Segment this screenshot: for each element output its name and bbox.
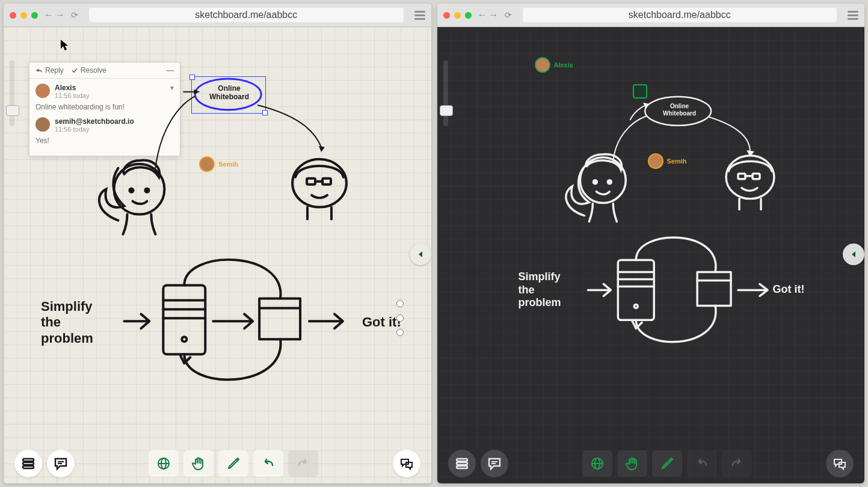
panel-toggle-button[interactable] — [410, 243, 431, 265]
reload-icon[interactable]: ⟳ — [71, 10, 78, 20]
browser-chrome: ← → ⟳ sketchboard.me/aabbcc — [4, 4, 431, 27]
triangle-left-icon — [416, 250, 425, 259]
whiteboard-canvas[interactable]: Reply Resolve — Alexis 11:56 today — [4, 27, 431, 483]
draw-button[interactable] — [218, 450, 248, 477]
avatar — [199, 156, 215, 172]
window-controls[interactable] — [10, 12, 38, 19]
back-icon[interactable]: ← — [44, 10, 54, 20]
chevron-down-icon[interactable]: ▾ — [170, 84, 174, 99]
pencil-icon — [659, 456, 675, 471]
svg-point-0 — [114, 164, 164, 215]
reload-icon[interactable]: ⟳ — [505, 10, 512, 20]
comment-item: Alexis 11:56 today ▾ — [35, 84, 174, 99]
address-bar[interactable]: sketchboard.me/aabbcc — [89, 8, 404, 22]
svg-rect-39 — [697, 272, 731, 305]
svg-rect-17 — [23, 462, 34, 465]
globe-button[interactable] — [149, 450, 179, 477]
list-button[interactable] — [14, 450, 42, 477]
svg-rect-14 — [259, 298, 300, 339]
svg-point-3 — [292, 159, 346, 207]
person-left-sketch — [99, 161, 165, 234]
list-icon — [454, 456, 470, 471]
hand-icon — [624, 456, 640, 471]
svg-rect-18 — [23, 466, 34, 468]
comment-item: semih@sketchboard.io 11:56 today — [35, 117, 174, 133]
undo-button[interactable] — [253, 450, 283, 477]
reply-button[interactable]: Reply — [35, 66, 64, 75]
undo-button[interactable] — [687, 450, 717, 477]
nav-arrows[interactable]: ← → — [478, 10, 499, 20]
hand-icon — [191, 456, 206, 471]
forward-icon[interactable]: → — [489, 10, 499, 20]
menu-icon[interactable] — [414, 11, 425, 20]
globe-icon — [589, 456, 605, 471]
close-icon[interactable] — [10, 12, 16, 19]
svg-point-13 — [182, 337, 186, 342]
panel-toggle-button[interactable] — [843, 243, 864, 265]
browser-chrome: ← → ⟳ sketchboard.me/aabbcc — [437, 4, 865, 27]
minimize-icon[interactable] — [454, 12, 461, 19]
collapse-icon[interactable]: — — [167, 66, 174, 75]
presence-name: Alexis — [554, 61, 573, 69]
zoom-icon[interactable] — [465, 12, 472, 19]
avatar — [648, 153, 663, 169]
comment-icon — [53, 456, 69, 471]
presence-name: Semih — [667, 158, 687, 165]
svg-rect-5 — [322, 179, 331, 185]
resolve-label: Resolve — [81, 66, 106, 75]
avatar — [35, 84, 50, 98]
browser-window-light: ← → ⟳ sketchboard.me/aabbcc Reply — [4, 4, 431, 483]
chat-button[interactable] — [826, 450, 854, 477]
chat-button[interactable] — [393, 450, 420, 477]
resize-handle[interactable] — [396, 300, 404, 307]
address-bar[interactable]: sketchboard.me/aabbcc — [523, 8, 837, 22]
check-icon — [71, 67, 78, 74]
gotit-label: Got it! — [773, 283, 805, 296]
comments-button[interactable] — [481, 450, 508, 477]
svg-rect-34 — [618, 260, 654, 320]
resize-handle[interactable] — [396, 329, 404, 336]
window-controls[interactable] — [443, 12, 472, 19]
globe-button[interactable] — [582, 450, 612, 477]
draw-button[interactable] — [652, 450, 682, 477]
list-button[interactable] — [448, 450, 476, 477]
redo-icon — [729, 456, 745, 471]
comment-panel[interactable]: Reply Resolve — Alexis 11:56 today — [29, 62, 180, 156]
comment-timestamp: 11:56 today — [55, 92, 90, 99]
undo-icon — [260, 456, 276, 471]
selected-shape[interactable] — [633, 84, 647, 99]
hand-button[interactable] — [617, 450, 647, 477]
zoom-thumb[interactable] — [440, 105, 453, 116]
sketch-layer — [437, 27, 865, 483]
svg-rect-29 — [738, 174, 745, 179]
nav-arrows[interactable]: ← → — [44, 10, 65, 20]
zoom-thumb[interactable] — [6, 105, 19, 116]
resolve-button[interactable]: Resolve — [71, 66, 106, 75]
whiteboard-canvas[interactable]: Alexis — [437, 27, 865, 483]
minimize-icon[interactable] — [20, 12, 27, 19]
svg-point-26 — [593, 180, 597, 184]
zoom-slider[interactable] — [443, 60, 448, 126]
list-icon — [20, 456, 36, 471]
redo-button[interactable] — [288, 450, 318, 477]
forward-icon[interactable]: → — [55, 10, 65, 20]
zoom-slider[interactable] — [10, 60, 14, 126]
back-icon[interactable]: ← — [478, 10, 487, 20]
reply-icon — [35, 67, 43, 74]
hand-button[interactable] — [183, 450, 214, 477]
redo-button[interactable] — [722, 450, 752, 477]
flow-sketch — [124, 260, 343, 380]
avatar — [535, 57, 550, 73]
undo-icon — [694, 456, 710, 471]
person-right-sketch — [292, 159, 346, 219]
menu-icon[interactable] — [848, 11, 858, 20]
pencil-icon — [226, 456, 241, 471]
comment-author: Alexis — [55, 84, 90, 92]
zoom-icon[interactable] — [31, 12, 38, 19]
svg-rect-16 — [23, 459, 34, 461]
svg-rect-43 — [457, 466, 467, 468]
resize-handle[interactable] — [396, 314, 404, 322]
presence-badge: Semih — [648, 153, 687, 169]
close-icon[interactable] — [443, 12, 450, 19]
comments-button[interactable] — [47, 450, 75, 477]
